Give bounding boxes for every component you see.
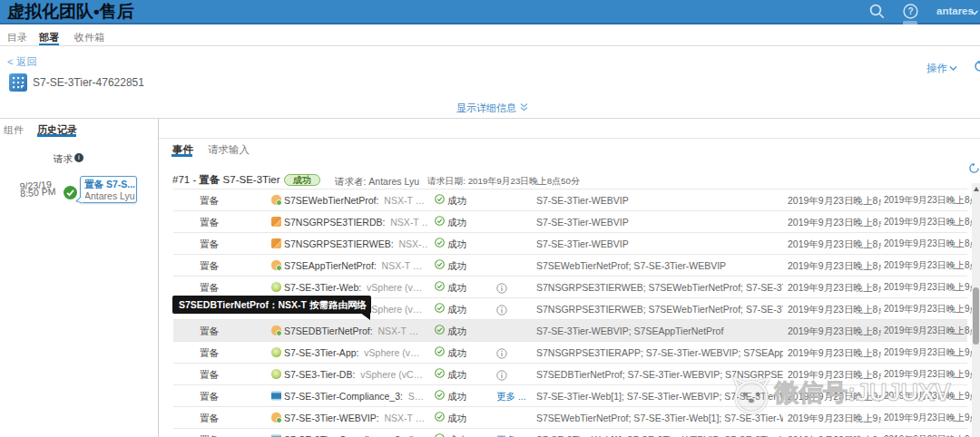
svg-text:?: ? <box>907 6 913 16</box>
